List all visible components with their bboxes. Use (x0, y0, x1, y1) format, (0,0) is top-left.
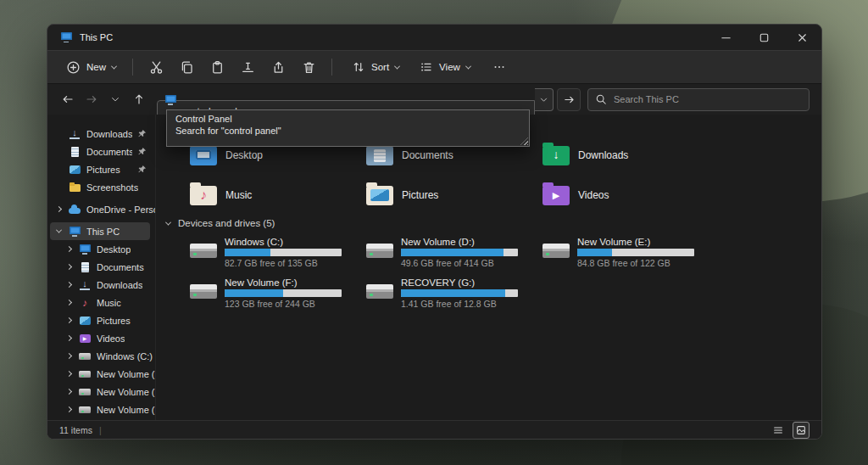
new-icon (66, 60, 81, 75)
large-icons-view-button[interactable] (793, 422, 810, 439)
chevron-down-icon[interactable] (55, 227, 61, 233)
chevron-right-icon[interactable] (65, 246, 71, 252)
content-pane: Desktop Documents Downloads Music Pictur… (156, 115, 821, 420)
window-title: This PC (80, 32, 113, 42)
back-button[interactable] (58, 89, 78, 109)
documents-folder-icon (366, 146, 393, 165)
view-button-label: View (439, 62, 460, 72)
status-bar: 11 items | (47, 420, 821, 439)
drive-tile-recovery-g[interactable]: RECOVERY (G:)1.41 GB free of 12.8 GB (366, 277, 542, 311)
rename-button[interactable] (232, 55, 263, 79)
rename-icon (241, 60, 255, 75)
chevron-right-icon[interactable] (65, 371, 71, 377)
music-icon (78, 297, 92, 309)
new-button-label: New (86, 62, 106, 72)
chevron-right-icon[interactable] (65, 335, 71, 341)
sidebar-item-screenshots[interactable]: Screenshots (47, 178, 155, 196)
view-icon (420, 60, 433, 74)
drive-usage-bar (577, 249, 694, 256)
sidebar-item-new-volume-d[interactable]: New Volume (D:) (47, 365, 155, 383)
copy-button[interactable] (171, 55, 202, 79)
sidebar-item-new-volume-e[interactable]: New Volume (E:) (47, 383, 155, 401)
paste-button[interactable] (202, 55, 232, 79)
minimize-button[interactable] (707, 25, 745, 50)
drive-icon (190, 244, 217, 258)
sort-button[interactable]: Sort (343, 55, 408, 79)
sort-icon (352, 60, 365, 74)
address-suggestion-flyout: Control Panel Search for "control panel" (166, 109, 530, 147)
chevron-down-icon (394, 63, 400, 69)
recent-locations-button[interactable] (105, 89, 125, 109)
drive-tile-new-volume-d[interactable]: New Volume (D:)49.6 GB free of 414 GB (366, 237, 542, 270)
this-pc-icon (68, 226, 81, 238)
maximize-button[interactable] (745, 25, 783, 50)
search-icon (595, 93, 607, 105)
view-button[interactable]: View (411, 55, 479, 79)
suggestion-search[interactable]: Search for "control panel" (167, 125, 529, 137)
drive-tile-new-volume-f[interactable]: New Volume (F:)123 GB free of 244 GB (190, 277, 366, 311)
resize-grip[interactable] (520, 137, 528, 145)
drive-tile-new-volume-e[interactable]: New Volume (E:)84.8 GB free of 122 GB (542, 237, 719, 270)
large-icons-view-icon (795, 424, 807, 436)
folder-tile-music[interactable]: Music (190, 175, 366, 215)
sidebar-item-documents[interactable]: Documents (47, 258, 155, 276)
folder-tile-pictures[interactable]: Pictures (366, 175, 542, 215)
drive-usage-bar (401, 289, 518, 297)
sidebar-item-videos[interactable]: Videos (47, 329, 155, 347)
chevron-right-icon[interactable] (65, 264, 71, 270)
sidebar-item-windows-c[interactable]: Windows (C:) (47, 347, 155, 365)
more-options-button[interactable] (484, 55, 515, 79)
sidebar-item-desktop[interactable]: Desktop (47, 240, 155, 258)
sidebar-item-pictures[interactable]: Pictures (47, 160, 155, 178)
cut-button[interactable] (141, 55, 171, 79)
downloads-folder-icon (542, 146, 570, 165)
chevron-right-icon[interactable] (65, 389, 71, 395)
videos-folder-icon (542, 186, 570, 205)
share-button[interactable] (263, 55, 293, 79)
chevron-right-icon[interactable] (65, 282, 71, 288)
sidebar-item-pictures[interactable]: Pictures (47, 311, 155, 329)
devices-and-drives-header[interactable]: Devices and drives (5) (166, 218, 275, 228)
chevron-right-icon[interactable] (65, 317, 71, 323)
sidebar-item-music[interactable]: Music (47, 294, 155, 311)
drive-icon (542, 244, 570, 258)
folder-tile-downloads[interactable]: Downloads (542, 135, 719, 175)
file-explorer-window: This PC New Sort View (47, 24, 822, 440)
folder-tile-videos[interactable]: Videos (542, 175, 719, 215)
sidebar-item-onedrive[interactable]: OneDrive - Person (47, 200, 155, 218)
this-pc-icon (164, 94, 177, 106)
address-dropdown-button[interactable] (535, 88, 554, 111)
drive-icon (78, 368, 92, 380)
search-input[interactable] (587, 88, 810, 111)
onedrive-icon (68, 204, 81, 216)
search-box (587, 88, 810, 111)
sidebar-item-downloads[interactable]: Downloads (47, 276, 155, 294)
drive-tile-windows-c[interactable]: Windows (C:)82.7 GB free of 135 GB (190, 237, 366, 270)
sidebar-item-this-pc[interactable]: This PC (50, 222, 150, 240)
address-bar (157, 88, 535, 111)
sidebar-item-downloads[interactable]: Downloads (47, 125, 155, 143)
navigation-pane: Downloads Documents Pictures Screenshots… (47, 115, 156, 420)
chevron-right-icon[interactable] (65, 353, 71, 359)
pictures-folder-icon (366, 186, 393, 205)
go-button[interactable] (557, 88, 581, 111)
folders-grid: Desktop Documents Downloads Music Pictur… (190, 135, 719, 215)
new-button[interactable]: New (58, 55, 125, 79)
details-view-button[interactable] (771, 423, 786, 438)
chevron-right-icon[interactable] (65, 406, 71, 412)
close-button[interactable] (783, 25, 821, 50)
up-button[interactable] (129, 89, 149, 109)
chevron-right-icon[interactable] (65, 300, 71, 305)
suggestion-control-panel[interactable]: Control Panel (167, 113, 529, 125)
pin-icon (137, 147, 147, 156)
chevron-down-icon (111, 63, 117, 69)
delete-button[interactable] (293, 55, 324, 79)
documents-icon (68, 146, 81, 158)
explorer-tab[interactable]: This PC (47, 31, 125, 43)
chevron-right-icon[interactable] (55, 206, 61, 212)
sidebar-item-documents[interactable]: Documents (47, 143, 155, 160)
forward-button[interactable] (81, 89, 102, 109)
forward-icon (85, 92, 98, 106)
drive-icon (366, 244, 393, 258)
sidebar-item-new-volume-f[interactable]: New Volume (F:) (47, 401, 155, 418)
